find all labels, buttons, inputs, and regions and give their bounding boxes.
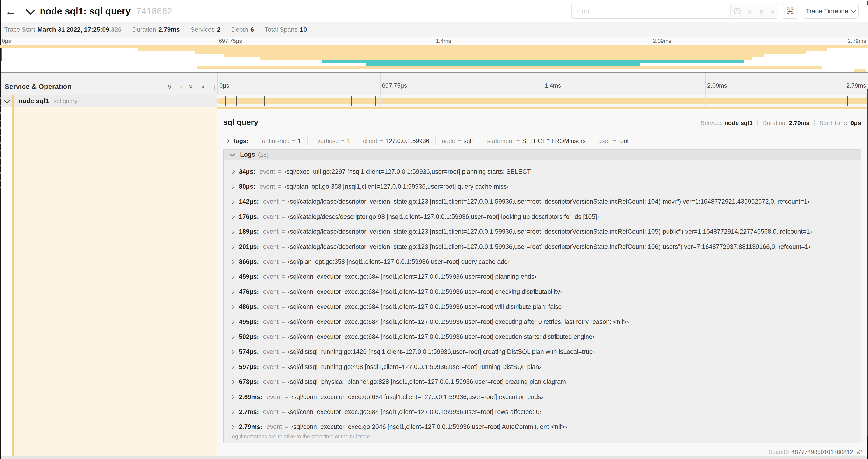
- log-row[interactable]: 366μs:event=‹sql/plan_opt.go:358 [nsql1,…: [223, 254, 861, 269]
- ruler-gridline: [543, 73, 543, 96]
- log-field-key: event: [263, 243, 279, 251]
- log-row[interactable]: 189μs:event=‹sql/catalog/lease/descripto…: [223, 224, 861, 239]
- log-row-chevron-right-icon: [229, 169, 235, 174]
- next-match-icon[interactable]: ∨: [759, 8, 764, 15]
- log-row-chevron-right-icon: [229, 304, 235, 309]
- tags-chevron-right-icon: [224, 138, 229, 144]
- log-field-key: event: [267, 423, 282, 431]
- log-row[interactable]: 2.69ms:event=‹sql/conn_executor_exec.go:…: [223, 390, 861, 404]
- log-field-key: event: [263, 318, 279, 326]
- span-collapse-chevron-icon[interactable]: [4, 97, 10, 104]
- collapse-one-icon[interactable]: ∨: [167, 83, 172, 91]
- log-row[interactable]: 2.7ms:event=‹sql/conn_executor_exec.go:6…: [223, 404, 861, 419]
- meta-value: 2.79ms: [789, 120, 809, 127]
- log-row[interactable]: 142μs:event=‹sql/catalog/lease/descripto…: [223, 194, 861, 209]
- tag-item[interactable]: _verbose=1: [314, 137, 350, 144]
- span-id-row: SpanID: 4877749850101760812: [768, 447, 862, 458]
- log-field-equals: =: [278, 168, 282, 175]
- log-field-equals: =: [281, 243, 285, 251]
- log-marker-tick: [333, 96, 334, 106]
- log-row[interactable]: 459μs:event=‹sql/conn_executor_exec.go:6…: [223, 269, 861, 284]
- ruler-gridline: [705, 73, 706, 96]
- logs-chevron-down-icon: [229, 151, 235, 157]
- log-row-chevron-right-icon: [229, 214, 235, 220]
- log-timestamp: 2.7ms:: [239, 408, 259, 416]
- collapse-all-icon[interactable]: »: [187, 85, 195, 89]
- log-timestamp: 34μs:: [239, 168, 255, 175]
- span-bar-cell[interactable]: [217, 95, 868, 107]
- copy-link-icon[interactable]: [856, 449, 862, 455]
- minimap-ruler: 0μs697.75μs1.4ms2.09ms2.79ms: [0, 37, 868, 45]
- log-field-key: event: [263, 288, 279, 296]
- span-id-label: SpanID:: [768, 449, 789, 456]
- logs-header[interactable]: Logs (18): [223, 150, 861, 160]
- log-marker-tick: [335, 96, 335, 106]
- log-marker-tick: [375, 96, 376, 106]
- column-resizer-grip[interactable]: [211, 85, 215, 90]
- ruler-tick-label: 2.79ms: [848, 38, 866, 44]
- clear-find-icon[interactable]: ×: [771, 8, 775, 15]
- minimap-span-bar: [366, 63, 640, 66]
- log-rows: 34μs:event=‹sql/exec_util.go:2297 [nsql1…: [223, 164, 861, 434]
- vertical-scrollbar-thumb[interactable]: [867, 89, 868, 436]
- locate-icon[interactable]: [734, 8, 741, 14]
- log-row[interactable]: 678μs:event=‹sql/distsql_physical_planne…: [223, 374, 861, 389]
- log-row[interactable]: 476μs:event=‹sql/conn_executor_exec.go:6…: [223, 284, 861, 299]
- log-row[interactable]: 34μs:event=‹sql/exec_util.go:2297 [nsql1…: [223, 164, 861, 179]
- tag-separator: [307, 137, 308, 144]
- tag-item[interactable]: client=127.0.0.1:59936: [363, 137, 429, 144]
- tag-item[interactable]: user=root: [598, 137, 629, 144]
- span-row[interactable]: node sql1 sql query: [0, 95, 868, 107]
- log-row[interactable]: 597μs:event=‹sql/distsql_running.go:498 …: [223, 359, 861, 374]
- log-field-value: ‹sql/distsql_running.go:1420 [nsql1,clie…: [288, 348, 595, 355]
- log-row[interactable]: 2.79ms:event=‹sql/conn_executor_exec.go:…: [223, 420, 861, 434]
- log-row-chevron-right-icon: [229, 259, 235, 264]
- find-input[interactable]: [572, 4, 730, 18]
- tag-item[interactable]: statement=SELECT * FROM users: [487, 137, 586, 144]
- log-field-key: event: [263, 213, 279, 220]
- log-field-value: ‹sql/catalog/lease/descriptor_version_st…: [288, 198, 809, 205]
- tag-item[interactable]: _unfinished=1: [258, 137, 301, 144]
- log-row-chevron-right-icon: [229, 334, 235, 339]
- minimap-right-scrubber[interactable]: [867, 45, 867, 72]
- summary-separator: [185, 26, 185, 33]
- log-row-chevron-right-icon: [229, 409, 235, 415]
- tag-item[interactable]: node=sql1: [442, 137, 475, 144]
- command-icon: ⌘: [786, 6, 795, 16]
- ruler-tick-label: 1.4ms: [436, 38, 451, 44]
- log-row-chevron-right-icon: [229, 184, 235, 189]
- trace-title-chevron-down-icon[interactable]: [26, 5, 36, 15]
- log-field-equals: =: [281, 198, 285, 205]
- log-field-value: ‹sql/distsql_running.go:498 [nsql1,clien…: [288, 363, 541, 371]
- log-timestamp: 80μs:: [239, 183, 255, 190]
- span-operation-name: sql query: [54, 98, 77, 104]
- minimap-span-bar: [224, 54, 764, 57]
- log-field-equals: =: [281, 408, 285, 416]
- log-row-chevron-right-icon: [229, 274, 235, 280]
- expand-all-icon[interactable]: »: [201, 83, 205, 91]
- expand-one-icon[interactable]: ›: [180, 83, 182, 91]
- view-selector-button[interactable]: Trace Timeline: [803, 4, 859, 19]
- log-row[interactable]: 574μs:event=‹sql/distsql_running.go:1420…: [223, 345, 861, 359]
- log-field-equals: =: [281, 363, 285, 371]
- span-name-cell[interactable]: node sql1 sql query: [0, 95, 217, 107]
- back-button[interactable]: ←: [0, 0, 22, 22]
- log-field-equals: =: [278, 183, 282, 190]
- minimap-canvas[interactable]: [0, 45, 868, 73]
- log-row[interactable]: 495μs:event=‹sql/conn_executor_exec.go:6…: [223, 315, 861, 329]
- log-row[interactable]: 176μs:event=‹sql/catalog/descs/descripto…: [223, 209, 861, 224]
- logs-count: (18): [258, 151, 269, 158]
- ruler-tick-label: 697.75μs: [219, 38, 242, 44]
- log-row[interactable]: 80μs:event=‹sql/plan_opt.go:358 [nsql1,c…: [223, 179, 861, 194]
- log-row[interactable]: 201μs:event=‹sql/catalog/lease/descripto…: [223, 239, 861, 254]
- keyboard-shortcuts-button[interactable]: ⌘: [782, 4, 799, 19]
- prev-match-icon[interactable]: ∧: [747, 8, 752, 15]
- minimap-gridline: [217, 45, 217, 72]
- log-field-key: event: [263, 348, 279, 355]
- tags-row[interactable]: Tags: _unfinished=1_verbose=1client=127.…: [225, 137, 629, 145]
- logs-footnote: Log timestamps are relative to the start…: [229, 434, 372, 440]
- log-row[interactable]: 486μs:event=‹sql/conn_executor_exec.go:6…: [223, 299, 861, 315]
- summary-value: 6: [250, 26, 254, 33]
- log-row[interactable]: 502μs:event=‹sql/conn_executor_exec.go:6…: [223, 329, 861, 344]
- log-timestamp: 366μs:: [239, 258, 259, 265]
